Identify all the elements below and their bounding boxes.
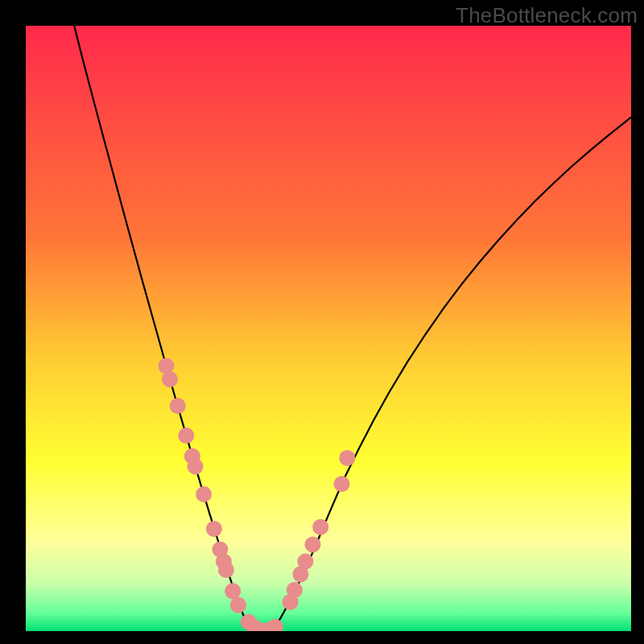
plot-area: [26, 26, 631, 631]
data-point: [196, 486, 212, 502]
data-point: [162, 371, 178, 387]
data-point: [230, 597, 246, 613]
data-point: [170, 398, 186, 414]
data-point: [312, 519, 328, 535]
data-point: [225, 583, 241, 599]
data-point: [218, 562, 234, 578]
chart-svg: [26, 26, 631, 631]
data-point: [297, 554, 313, 570]
data-point: [304, 536, 320, 552]
data-point: [287, 582, 303, 598]
data-point: [178, 427, 194, 444]
data-point: [188, 458, 204, 474]
watermark-text: TheBottleneck.com: [456, 3, 638, 28]
gradient-background: [26, 26, 631, 631]
data-point: [339, 450, 355, 466]
chart-stage: TheBottleneck.com: [0, 0, 644, 644]
data-point: [206, 521, 222, 537]
data-point: [334, 476, 350, 492]
